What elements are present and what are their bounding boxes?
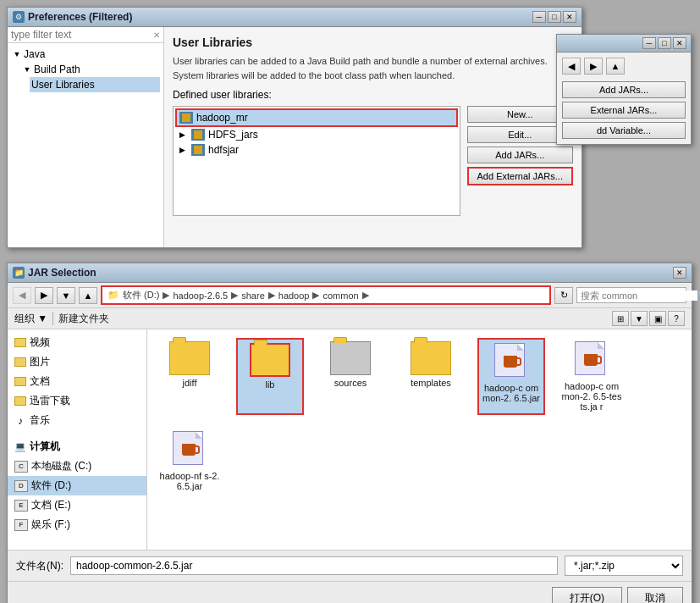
- second-add-jars-button[interactable]: Add JARs...: [562, 81, 686, 98]
- second-nav-fwd[interactable]: ▶: [584, 58, 603, 75]
- jar-toolbar: ◀ ▶ ▼ ▲ 📁 软件 (D:) ▶ hadoop-2.6.5 ▶ share…: [8, 283, 692, 308]
- path-arrow-3: ▶: [268, 290, 275, 301]
- sidebar-item-videos[interactable]: 视频: [8, 333, 146, 352]
- file-item-hadoop-nfs-jar[interactable]: hadoop-nf s-2.6.5.jar: [156, 428, 223, 495]
- sidebar-item-f-drive[interactable]: F 娱乐 (F:): [8, 515, 146, 534]
- lib-label-hdfsjar: hdfsjar: [208, 144, 239, 156]
- search-input[interactable]: [581, 290, 697, 301]
- lib-item-hdfs-jars[interactable]: ▶ HDFS_jars: [175, 127, 458, 142]
- sidebar-item-c-drive[interactable]: C 本地磁盘 (C:): [8, 456, 146, 476]
- sidebar-item-docs[interactable]: 文档: [8, 372, 146, 391]
- lib-item-hdfsjar[interactable]: ▶ hdfsjar: [175, 142, 458, 158]
- nav-fwd-button[interactable]: ▶: [35, 287, 53, 304]
- folder-icon-templates: [411, 341, 451, 375]
- filter-bar: ✕: [8, 27, 163, 43]
- second-body: ◀ ▶ ▲ Add JARs... External JARs... dd Va…: [557, 53, 691, 144]
- second-nav-up[interactable]: ▲: [606, 58, 625, 75]
- libs-area: hadoop_mr ▶ HDFS_jars ▶ hdfsjar: [173, 106, 573, 216]
- organize-button[interactable]: 组织 ▼: [14, 312, 47, 326]
- action-buttons: 打开(O) 取消: [8, 581, 692, 603]
- tree-item-build-path[interactable]: ▼ Build Path: [21, 62, 160, 77]
- nav-up-button[interactable]: ▲: [79, 287, 97, 304]
- path-arrow-5: ▶: [362, 290, 369, 301]
- second-external-jars-button[interactable]: External JARs...: [562, 102, 686, 119]
- sidebar-item-e-drive[interactable]: E 文档 (E:): [8, 495, 146, 515]
- drive-icon-d: D: [14, 480, 28, 492]
- second-add-variable-button[interactable]: dd Variable...: [562, 122, 686, 139]
- tree-area: ▼ Java ▼ Build Path User Libraries: [8, 43, 163, 247]
- pref-right-panel: User Libraries User libraries can be add…: [164, 27, 581, 247]
- view-list-button[interactable]: ▼: [631, 311, 648, 326]
- path-bar[interactable]: 📁 软件 (D:) ▶ hadoop-2.6.5 ▶ share ▶ hadoo…: [101, 285, 551, 305]
- pref-title: Preferences (Filtered): [28, 11, 132, 23]
- file-item-sources[interactable]: sources: [317, 338, 384, 415]
- second-maximize-button[interactable]: □: [658, 37, 671, 49]
- tree-item-java[interactable]: ▼ Java: [11, 47, 160, 62]
- jar-win-controls: ✕: [673, 267, 686, 279]
- view-pane-button[interactable]: ▣: [649, 311, 666, 326]
- filetype-select[interactable]: *.jar;*.zip: [565, 556, 683, 576]
- add-jars-button[interactable]: Add JARs...: [467, 147, 574, 163]
- cancel-button[interactable]: 取消: [627, 587, 683, 603]
- jar-window-icon: 📁: [13, 267, 25, 279]
- sidebar-item-pictures[interactable]: 图片: [8, 352, 146, 372]
- second-close-button[interactable]: ✕: [673, 37, 686, 49]
- sidebar-label-d: 软件 (D:): [31, 479, 71, 493]
- nav-back-button[interactable]: ◀: [13, 287, 31, 304]
- sidebar-item-xunlei[interactable]: 迅雷下载: [8, 391, 146, 411]
- nav-dropdown-button[interactable]: ▼: [57, 287, 75, 304]
- folder-icon-docs: [14, 377, 26, 386]
- path-icon: 📁: [107, 290, 119, 301]
- file-item-hadoop-common-jar[interactable]: hadoop-c ommon-2. 6.5.jar: [477, 338, 545, 415]
- search-box[interactable]: 🔍: [576, 287, 686, 303]
- add-external-jars-button[interactable]: Add External JARs...: [467, 167, 574, 185]
- second-nav-back[interactable]: ◀: [562, 58, 581, 75]
- view-details-button[interactable]: ⊞: [612, 311, 629, 326]
- lib-icon-hdfsjar: [191, 144, 205, 156]
- sidebar-item-music[interactable]: ♪ 音乐: [8, 411, 146, 430]
- tree-label-userlibs: User Libraries: [31, 79, 95, 91]
- second-minimize-button[interactable]: ─: [642, 37, 656, 49]
- lib-icon-hdfs: [191, 129, 205, 141]
- lib-item-hadoop-mr[interactable]: hadoop_mr: [175, 108, 458, 127]
- path-seg-5: common: [322, 290, 358, 301]
- filename-input[interactable]: [70, 556, 558, 575]
- file-grid: jdiff lib sources templates: [147, 329, 692, 503]
- refresh-button[interactable]: ↻: [554, 287, 573, 304]
- sidebar-label-docs: 文档: [30, 374, 50, 389]
- file-main: jdiff lib sources templates: [147, 329, 692, 550]
- filter-input[interactable]: [11, 29, 153, 41]
- second-win-controls: ─ □ ✕: [642, 37, 686, 49]
- sidebar-item-d-drive[interactable]: D 软件 (D:): [8, 476, 146, 495]
- filter-clear-icon[interactable]: ✕: [153, 30, 160, 40]
- file-label-hadoop-tests-jar: hadoop-c ommon-2. 6.5-tests.ja r: [561, 381, 622, 412]
- sidebar-label-computer: 计算机: [30, 440, 60, 454]
- file-item-templates[interactable]: templates: [397, 338, 465, 415]
- new-folder-button[interactable]: 新建文件夹: [58, 312, 109, 326]
- drive-icon-f: F: [14, 519, 28, 531]
- minimize-button[interactable]: ─: [532, 11, 546, 23]
- filename-label: 文件名(N):: [16, 559, 63, 573]
- pref-left-panel: ✕ ▼ Java ▼ Build Path User Libraries: [8, 27, 164, 247]
- tree-toggle-buildpath: ▼: [23, 65, 31, 74]
- file-item-hadoop-tests-jar[interactable]: hadoop-c ommon-2. 6.5-tests.ja r: [558, 338, 626, 415]
- drive-icon-c: C: [14, 461, 28, 473]
- preferences-window: ⚙ Preferences (Filtered) ─ □ ✕ ✕ ▼ Java …: [7, 7, 582, 248]
- libs-list[interactable]: hadoop_mr ▶ HDFS_jars ▶ hdfsjar: [173, 106, 460, 216]
- file-label-templates: templates: [411, 378, 451, 388]
- sidebar-item-computer[interactable]: 💻 计算机: [8, 437, 146, 456]
- jar-close-button[interactable]: ✕: [673, 267, 686, 279]
- pref-win-controls: ─ □ ✕: [532, 11, 576, 23]
- sidebar-label-c: 本地磁盘 (C:): [31, 459, 91, 473]
- jar-icon-hadoop-tests: [575, 341, 609, 379]
- pref-window-icon: ⚙: [13, 11, 25, 23]
- help-button[interactable]: ?: [668, 311, 685, 326]
- tree-toggle-java: ▼: [13, 50, 21, 58]
- close-button[interactable]: ✕: [563, 11, 576, 23]
- sidebar-label-pictures: 图片: [30, 355, 50, 369]
- maximize-button[interactable]: □: [548, 11, 561, 23]
- file-item-jdiff[interactable]: jdiff: [156, 338, 223, 415]
- open-button[interactable]: 打开(O): [552, 587, 622, 603]
- file-item-lib[interactable]: lib: [236, 338, 304, 415]
- tree-item-user-libraries[interactable]: User Libraries: [30, 77, 160, 92]
